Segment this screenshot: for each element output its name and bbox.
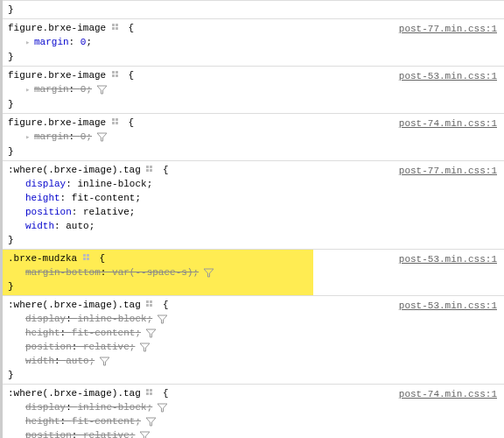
css-rule[interactable]: post-77.min.css:1figure.brxe-image {marg… [3,19,504,67]
rule-footer: } [8,145,499,159]
css-property[interactable]: width [25,356,54,366]
rule-selector[interactable]: figure.brxe-image [8,117,106,128]
rule-selector[interactable]: :where(.brxe-image).tag [8,388,141,399]
css-declaration[interactable]: display: inline-block; [8,400,499,414]
filter-icon[interactable] [97,132,107,142]
css-declaration[interactable]: width: auto; [8,219,499,233]
selector-specificity-icon[interactable] [112,118,122,127]
rule-selector[interactable]: :where(.brxe-image).tag [8,165,141,175]
selector-specificity-icon[interactable] [146,389,157,398]
css-property[interactable]: height [25,193,60,203]
css-declaration[interactable]: position: relative; [8,340,499,354]
svg-rect-11 [112,122,115,124]
stylesheet-source-link[interactable]: post-77.min.css:1 [399,22,497,36]
selector-specificity-icon[interactable] [83,254,94,263]
filter-icon[interactable] [146,328,156,338]
filter-icon[interactable] [97,85,107,95]
filter-icon[interactable] [158,314,167,324]
css-property[interactable]: position [25,430,72,438]
css-property[interactable]: margin-bottom [25,267,101,278]
expand-shorthand-icon[interactable] [25,35,34,50]
css-rule[interactable]: post-74.min.css:1figure.brxe-image {marg… [3,114,504,161]
css-property[interactable]: position [25,342,72,352]
rule-open-brace: { [163,165,169,175]
highlighted-rule-box[interactable]: .brxe-mudzka {margin-bottom: var(--space… [3,250,313,295]
rule-selector[interactable]: :where(.brxe-image).tag [8,300,141,310]
stylesheet-source-link[interactable]: post-77.min.css:1 [399,164,497,178]
filter-icon[interactable] [100,357,109,366]
css-value[interactable]: relative [83,342,130,352]
svg-rect-2 [112,27,115,30]
css-property[interactable]: display [25,314,66,324]
svg-rect-21 [87,258,89,260]
stylesheet-source-link[interactable]: post-53.min.css:1 [399,299,497,313]
css-value[interactable]: fit-content [72,328,136,338]
filter-icon[interactable] [158,403,167,413]
css-value[interactable]: relative [83,207,130,217]
stylesheet-source-link[interactable]: post-53.min.css:1 [399,252,497,266]
stylesheet-source-link[interactable]: post-53.min.css:1 [399,69,497,83]
expand-shorthand-icon[interactable] [25,82,34,97]
rule-open-brace: { [163,388,169,399]
rule-selector[interactable]: .brxe-mudzka [8,253,77,264]
selector-specificity-icon[interactable] [146,300,157,309]
css-declaration[interactable]: margin: 0; [8,35,499,50]
css-rule[interactable]: post-53.min.css:1:where(.brxe-image).tag… [3,296,504,385]
css-property[interactable]: margin [34,37,69,47]
css-declaration[interactable]: margin: 0; [8,82,499,97]
selector-specificity-icon[interactable] [112,71,122,80]
colon: : [101,267,112,278]
svg-rect-15 [150,166,152,168]
semicolon: ; [86,37,92,47]
css-value[interactable]: inline-block [77,179,146,189]
css-rule[interactable]: post-74.min.css:1:where(.brxe-image).tag… [3,385,504,438]
rule-selector[interactable]: figure.brxe-image [8,70,106,81]
selector-specificity-icon[interactable] [112,24,122,32]
css-declaration[interactable]: height: fit-content; [8,414,499,428]
stylesheet-source-link[interactable]: post-74.min.css:1 [399,387,497,401]
css-value[interactable]: fit-content [72,416,136,427]
css-declaration[interactable]: margin-bottom: var(--space-s); [8,265,308,279]
rule-selector[interactable]: figure.brxe-image [8,23,106,33]
css-declaration[interactable]: display: inline-block; [8,312,499,326]
css-property[interactable]: height [25,328,60,338]
css-property[interactable]: display [25,402,66,413]
css-rule[interactable]: } [3,1,504,19]
filter-icon[interactable] [146,417,156,427]
css-property[interactable]: position [25,207,72,217]
css-declaration[interactable]: margin: 0; [8,130,499,145]
selector-specificity-icon[interactable] [146,166,157,174]
css-property[interactable]: height [25,416,60,427]
stylesheet-source-link[interactable]: post-74.min.css:1 [399,117,497,131]
css-declaration[interactable]: display: inline-block; [8,177,499,191]
css-value[interactable]: relative [83,430,130,438]
css-value[interactable]: inline-block [77,314,146,324]
css-value[interactable]: auto [66,221,88,231]
css-declaration[interactable]: height: fit-content; [8,326,499,340]
css-value[interactable]: auto [66,356,88,366]
css-property[interactable]: margin [34,84,69,95]
css-declaration[interactable]: position: relative; [8,428,499,438]
expand-shorthand-icon[interactable] [25,130,34,145]
svg-rect-16 [146,169,149,172]
css-declaration[interactable]: height: fit-content; [8,191,499,205]
css-value[interactable]: fit-content [72,193,136,203]
css-rule[interactable]: post-53.min.css:1.brxe-mudzka {margin-bo… [3,250,504,296]
css-rule[interactable]: post-77.min.css:1:where(.brxe-image).tag… [3,161,504,250]
css-value[interactable]: var(--space-s) [112,267,192,278]
css-value[interactable]: inline-block [77,402,146,413]
css-declaration[interactable]: position: relative; [8,205,499,219]
filter-icon[interactable] [140,431,150,438]
filter-icon[interactable] [204,268,214,278]
semicolon: ; [89,356,95,366]
css-declaration[interactable]: width: auto; [8,354,499,368]
svg-rect-9 [112,118,115,121]
rule-header[interactable]: .brxe-mudzka { [8,251,308,265]
css-rule[interactable]: post-53.min.css:1figure.brxe-image {marg… [3,67,504,114]
filter-icon[interactable] [140,343,150,352]
svg-rect-19 [87,254,89,257]
css-property[interactable]: width [25,221,54,231]
css-property[interactable]: margin [34,131,69,142]
css-property[interactable]: display [25,179,66,189]
svg-marker-22 [204,269,214,277]
